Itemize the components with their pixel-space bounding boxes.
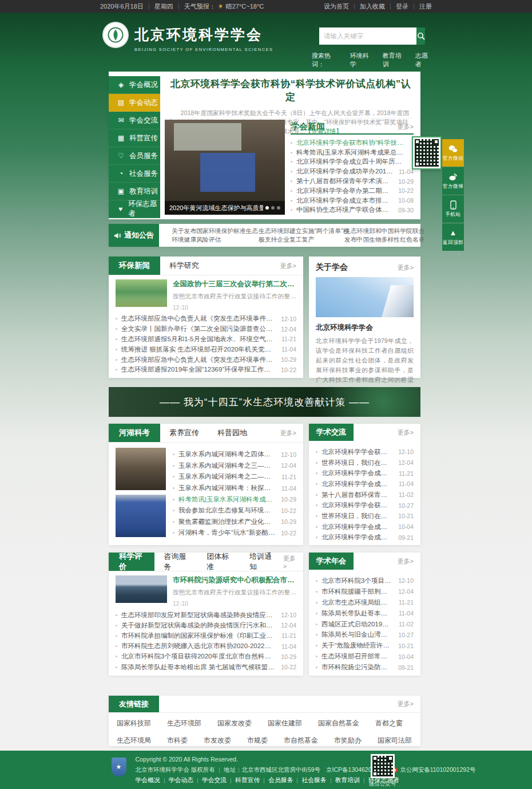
footer-nav-link[interactable]: 学会交流 [202,776,227,784]
list-item[interactable]: 聚焦雾霾监测治理技术产业化，推动科技10-29 [173,516,296,528]
list-item[interactable]: 科考简讯|玉泉水系河湖科考成果总结分享进入、 [291,148,414,157]
featured-article[interactable]: 市环科院污染源研究中心积极配合市局完成 按照北京市政府关于行政复议接待工作的整体… [116,575,296,607]
register-link[interactable]: 注册 [419,2,432,11]
friend-link[interactable]: 国家住建部 [268,719,302,728]
friend-link[interactable]: 市奖励办 [334,736,362,745]
sidebar-item-news[interactable]: ▤学会动态 [109,94,160,112]
more-link[interactable]: 更多> [398,553,414,570]
list-item[interactable]: 北京环境科学学会成立四十周年历届11-21 [316,468,414,479]
tab-river-survey[interactable]: 河湖科考 [109,424,160,442]
footer-nav-link[interactable]: 社会服务 [301,776,326,784]
tab-friend-links[interactable]: 友情链接 [109,696,159,712]
tab-annual-meeting[interactable]: 学术年会 [309,553,354,570]
notice-item[interactable]: 生态环境部建立实施“两个清单”积极支持企业复工复产 [259,227,352,244]
footer-nav-link[interactable]: 教育培训 [335,776,360,784]
list-item[interactable]: 北京环境科学学会成功举办2019年会暨11-04 [316,479,414,490]
list-item[interactable]: 北京市生态环境局组织举办北京市11-21 [316,597,414,608]
tab-academic-exchange[interactable]: 学术交流 [309,424,354,441]
list-item[interactable]: 市环科院援疆干部荆建龙负责的和田地区12-04 [316,586,414,597]
mobile-site-button[interactable]: 手机站 [442,195,464,223]
sidebar-item-member[interactable]: ♡会员服务 [109,147,160,165]
list-item[interactable]: 生态环境部通报2019年全国“12369”环保举报工作情况10-22 [116,365,296,375]
more-link[interactable]: 更多> [398,696,420,712]
list-item[interactable]: 生态环境部应急中心负责人就《突发生态环境事件应急处置阶段直接经济损失...12-… [116,314,296,324]
friend-link[interactable]: 市规委 [247,736,268,745]
list-item[interactable]: 世界环境日，我们在行动10-21 [316,511,414,522]
list-item[interactable]: 北京环境科学学会获市科协“科学技术评价试点机构”... [291,138,414,148]
sidebar-item-training[interactable]: ▣教育培训 [109,183,160,200]
tab-consulting[interactable]: 咨询服务 [154,553,197,571]
featured-article[interactable]: 全国政协十三届三次会议举行第二次全体会议 按照北京市政府关于行政复议接待工作的整… [116,279,296,311]
list-item[interactable]: 北京环境科学学会成功举办2019年09-21 [316,532,414,543]
tab-science-garden[interactable]: 科普园地 [208,424,256,442]
list-item[interactable]: 玉泉水系内城河湖科考之四体悟流动的紫禁城...12-10 [173,449,296,460]
list-item[interactable]: 生态环境部印发应对新型冠状病毒感染肺炎疫情应急监测方案12-10 [116,610,296,620]
tab-evaluation[interactable]: 科学评价 [109,553,154,571]
list-item[interactable]: 世界环境日，我们在行动12-04 [316,457,414,468]
list-item[interactable]: 中国科协生态环境产学联合体致广大生态环境科技09-30 [291,206,414,215]
footer-nav-link[interactable]: 科普宣传 [235,776,260,784]
footer-nav-link[interactable]: 会员服务 [268,776,293,784]
more-link[interactable]: 更多> [398,263,414,272]
more-link[interactable]: 更多> [280,424,303,442]
search-input[interactable] [319,27,416,45]
list-item[interactable]: 生态环境部召开部常务会议北京市环科院10-04 [316,651,414,662]
list-item[interactable]: 陈添局长带队赴哥本哈根出席 第七届城市气候联盟全球市长峰会10-22 [116,662,296,672]
friend-link[interactable]: 国家科技部 [117,719,151,728]
sidebar-item-exchange[interactable]: ✉学会交流 [109,112,160,129]
notice-item[interactable]: 关于发布国家环境保护标准生态环境健康风险评估 [172,227,263,244]
more-link[interactable]: 更多> [398,424,414,441]
sidebar-item-volunteer[interactable]: ♥环保志愿者 [109,200,160,218]
friend-link[interactable]: 生态环境局 [117,736,151,745]
list-item[interactable]: 陈添局长带队赴哥本哈根出席环境监测11-04 [316,608,414,619]
weibo-button[interactable]: 官方微博 [442,167,464,195]
campaign-banner[interactable]: —— 我为“十四五”水生态环境改善献计策 —— [109,387,420,417]
tab-env-news[interactable]: 环保新闻 [109,257,160,275]
favorite-link[interactable]: 加入收藏 [360,2,385,11]
list-item[interactable]: 市环科院生态所刘晓娜入选北京市科协2020-2022年度青年人才托举工程11-0… [116,641,296,652]
notice-item[interactable]: 生态环境部和中国科学院联合发布中国生物多样性红色名录 [344,227,430,244]
list-item[interactable]: 玉泉水系内城河湖科考之三——玉带萦绕紫禁皇城12-04 [173,460,296,472]
search-button[interactable] [416,27,425,45]
list-item[interactable]: 北京环境科学学会成立本市排污许可技术支持服务平台10-08 [291,196,414,206]
more-link[interactable]: 更多> [398,123,414,131]
list-item[interactable]: 我会参加北京生态修复与环境保护联合体举办的第...10-22 [173,505,296,516]
thumb-photo-flag[interactable] [116,495,166,537]
list-item[interactable]: 统筹推进 狠抓落实 生态环境部召开2020年机关党建重点工作调度会11-04 [116,344,296,354]
tab-training-notice[interactable]: 培训通知 [240,553,283,571]
tab-literacy[interactable]: 素养宣传 [160,424,208,442]
list-item[interactable]: 北京环境科学学会成立四十周年历届理10-04 [316,522,414,532]
list-item[interactable]: 北京环境科学学会获市科协科学技术10-27 [316,500,414,511]
hot-word[interactable]: 志愿者 [415,52,432,69]
list-item[interactable]: 科考简讯|玉泉水系河湖科考成果总结分享进入倒计时10-29 [173,494,296,505]
carousel-dots[interactable] [263,206,280,210]
list-item[interactable]: 北京环境科学学会获市科协科学12-10 [316,447,414,457]
list-item[interactable]: 河湖科考，青少年“玩水”新姿酷炫玉泉水10-22 [173,527,296,539]
sidebar-item-science[interactable]: ▦科普宣传 [109,129,160,147]
police-link[interactable]: 京公网安备110102001292号 [400,766,475,774]
news-carousel[interactable]: 2020年黄河流域生态保护与高质量... [165,120,285,215]
back-to-top-button[interactable]: ▲ 返回顶部 [442,223,464,251]
friend-link[interactable]: 国家司法部 [378,736,412,745]
wechat-button[interactable]: 官方微信 [442,139,464,167]
list-item[interactable]: 全文实录丨国新办举行《第二次全国污染源普查公报》发布会12-04 [116,324,296,334]
list-item[interactable]: 西城区正式启动2019年蓄能式11-02 [316,619,414,630]
more-link[interactable]: 更多> [280,257,303,275]
friend-link[interactable]: 生态环境部 [167,719,201,728]
more-link[interactable]: 更多> [283,553,303,571]
list-item[interactable]: 北京环境科学学会成立四十周年历届理事长和秘书长齐... [291,157,414,167]
friend-link[interactable]: 国家自然基金 [318,719,359,728]
friend-link[interactable]: 首都之窗 [375,719,403,728]
notice-tab[interactable]: 通知公告 [109,224,159,247]
list-item[interactable]: 第十八届首都环保青年学术演讲比赛圆满结束10-29 [291,176,414,186]
footer-nav-link[interactable]: 学会动态 [169,776,193,784]
list-item[interactable]: 生态环境部应急中心负责人就《突发生态环境事件应急处置阶段直接经济损失...10-… [116,354,296,365]
dot[interactable] [265,206,269,210]
tab-group-standard[interactable]: 团体标准 [197,553,240,571]
friend-link[interactable]: 国家发改委 [217,719,252,728]
list-item[interactable]: 北京市环科院3个项目获得2020年度北京市自然科学基金资助10-29 [116,652,296,662]
sidebar-item-social[interactable]: ◔社会服务 [109,165,160,183]
footer-nav-link[interactable]: 学会概况 [136,776,160,784]
login-link[interactable]: 登录 [396,2,408,11]
headline-title[interactable]: 北京环境科学学会获市科协“科学技术评价试点机构”认定 [168,77,413,104]
